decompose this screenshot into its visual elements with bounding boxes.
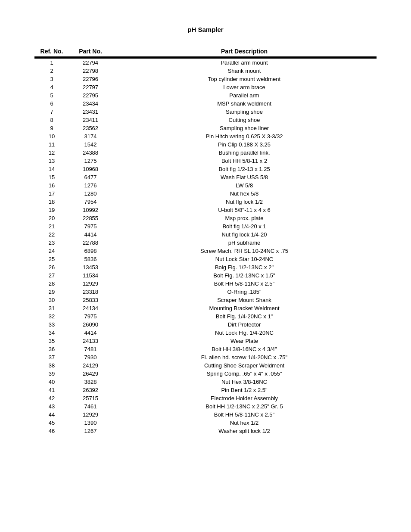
cell-desc: Wear Plate [112, 337, 377, 345]
page-title: pH Sampler [34, 26, 377, 33]
cell-part: 1280 [69, 190, 112, 198]
cell-ref: 7 [34, 108, 69, 116]
cell-ref: 33 [34, 320, 69, 329]
cell-desc: Pin Bent 1/2 x 2.5" [112, 386, 377, 394]
table-row: 451390Nut hex 1/2 [34, 419, 377, 427]
table-row: 3926429Spring Comp. .65" x 4" x .055" [34, 370, 377, 378]
cell-part: 7461 [69, 402, 112, 411]
cell-desc: Nut flg lock 1/2 [112, 198, 377, 206]
cell-desc: Dirt Protector [112, 320, 377, 329]
cell-ref: 35 [34, 337, 69, 345]
table-row: 2022855Msp prox. plate [34, 214, 377, 222]
cell-part: 7930 [69, 353, 112, 361]
table-row: 1224388Bushing parallel link. [34, 149, 377, 157]
table-row: 327975Bolt Flg. 1/4-20NC x 1" [34, 312, 377, 320]
cell-ref: 19 [34, 206, 69, 214]
table-row: 171280Nut hex 5/8 [34, 190, 377, 198]
cell-part: 24129 [69, 361, 112, 370]
cell-desc: Bolt Flg. 1/4-20NC x 1" [112, 312, 377, 320]
cell-desc: Nut flg lock 1/4-20 [112, 230, 377, 239]
table-row: 161276LW 5/8 [34, 181, 377, 190]
cell-desc: Scraper Mount Shank [112, 296, 377, 304]
table-row: 322796Top cylinder mount weldment [34, 75, 377, 83]
cell-part: 7975 [69, 222, 112, 230]
table-row: 344414Nut Lock Flg. 1/4-20NC [34, 329, 377, 337]
table-row: 923562Sampling shoe liner [34, 124, 377, 132]
table-row: 2923318O-Rring .185" [34, 288, 377, 296]
cell-ref: 10 [34, 132, 69, 140]
cell-desc: pH subframe [112, 239, 377, 247]
cell-part: 1276 [69, 181, 112, 190]
cell-desc: Cutting shoe [112, 116, 377, 124]
table-row: 3326090Dirt Protector [34, 320, 377, 329]
table-row: 4412929Bolt HH 5/8-11NC x 2.5" [34, 411, 377, 419]
cell-ref: 6 [34, 100, 69, 108]
cell-ref: 12 [34, 149, 69, 157]
cell-ref: 28 [34, 280, 69, 288]
table-row: 217975Bolt flg 1/4-20 x 1 [34, 222, 377, 230]
cell-desc: Nut Lock Star 10-24NC [112, 255, 377, 263]
cell-ref: 46 [34, 427, 69, 435]
table-row: 255836Nut Lock Star 10-24NC [34, 255, 377, 263]
cell-desc: Bolt HH 5/8-11NC x 2.5" [112, 280, 377, 288]
cell-desc: Mounting Bracket Weldment [112, 304, 377, 312]
cell-ref: 39 [34, 370, 69, 378]
cell-desc: O-Rring .185" [112, 288, 377, 296]
cell-part: 26392 [69, 386, 112, 394]
cell-desc: Sampling shoe liner [112, 124, 377, 132]
cell-desc: Fl. allen hd. screw 1/4-20NC x .75" [112, 353, 377, 361]
table-row: 2812929Bolt HH 5/8-11NC x 2.5" [34, 280, 377, 288]
cell-desc: Bushing parallel link. [112, 149, 377, 157]
cell-part: 6898 [69, 247, 112, 255]
table-row: 437461Bolt HH 1/2-13NC x 2.25" Gr. 5 [34, 402, 377, 411]
cell-desc: Bolt flg 1/4-20 x 1 [112, 222, 377, 230]
cell-desc: Sampling shoe [112, 108, 377, 116]
table-row: 4126392Pin Bent 1/2 x 2.5" [34, 386, 377, 394]
cell-ref: 24 [34, 247, 69, 255]
cell-part: 1390 [69, 419, 112, 427]
table-row: 1910992U-bolt 5/8"-11 x 4 x 6 [34, 206, 377, 214]
cell-ref: 38 [34, 361, 69, 370]
cell-ref: 8 [34, 116, 69, 124]
table-row: 461267Washer split lock 1/2 [34, 427, 377, 435]
cell-desc: Screw Mach. RH SL 10-24NC x .75 [112, 247, 377, 255]
cell-ref: 26 [34, 263, 69, 271]
cell-ref: 36 [34, 345, 69, 353]
cell-ref: 31 [34, 304, 69, 312]
cell-ref: 32 [34, 312, 69, 320]
cell-part: 24388 [69, 149, 112, 157]
cell-desc: Bolt HH 5/8-11 x 2 [112, 157, 377, 165]
table-row: 222798Shank mount [34, 67, 377, 75]
cell-desc: Nut Lock Flg. 1/4-20NC [112, 329, 377, 337]
cell-part: 10992 [69, 206, 112, 214]
cell-part: 1267 [69, 427, 112, 435]
header-ref: Ref. No. [34, 46, 69, 57]
table-row: 377930Fl. allen hd. screw 1/4-20NC x .75… [34, 353, 377, 361]
table-row: 103174Pin Hitch w/ring 0.625 X 3-3/32 [34, 132, 377, 140]
cell-ref: 41 [34, 386, 69, 394]
cell-part: 13453 [69, 263, 112, 271]
cell-part: 26090 [69, 320, 112, 329]
cell-desc: Parallel arm mount [112, 58, 377, 67]
cell-desc: Washer split lock 1/2 [112, 427, 377, 435]
cell-desc: Bolt HH 1/2-13NC x 2.25" Gr. 5 [112, 402, 377, 411]
cell-part: 23431 [69, 108, 112, 116]
cell-desc: Wash Flat USS 5/8 [112, 173, 377, 181]
cell-desc: Bolt Flg. 1/2-13NC x 1.5" [112, 271, 377, 280]
table-row: 3524133Wear Plate [34, 337, 377, 345]
cell-desc: Top cylinder mount weldment [112, 75, 377, 83]
cell-ref: 37 [34, 353, 69, 361]
cell-desc: Bolt HH 5/8-11NC x 2.5" [112, 411, 377, 419]
cell-part: 22797 [69, 83, 112, 91]
cell-ref: 20 [34, 214, 69, 222]
cell-part: 23411 [69, 116, 112, 124]
table-row: 224414Nut flg lock 1/4-20 [34, 230, 377, 239]
cell-part: 11534 [69, 271, 112, 280]
cell-ref: 13 [34, 157, 69, 165]
cell-desc: Shank mount [112, 67, 377, 75]
table-row: 111542Pin Clip 0.188 X 3.25 [34, 140, 377, 149]
cell-part: 23434 [69, 100, 112, 108]
cell-ref: 44 [34, 411, 69, 419]
table-row: 823411Cutting shoe [34, 116, 377, 124]
table-row: 4225715Electrode Holder Assembly [34, 394, 377, 402]
